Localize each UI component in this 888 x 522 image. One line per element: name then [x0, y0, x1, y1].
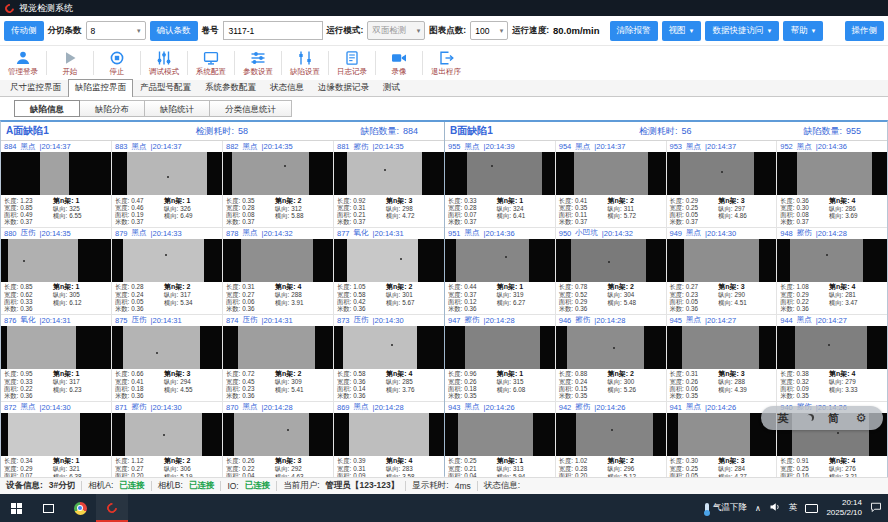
- sub-tab-4[interactable]: 分类信息统计: [209, 100, 292, 117]
- browser-taskbar-button[interactable]: [64, 494, 96, 522]
- defect-card[interactable]: 942 擦伤 |20:14:26 长度:1.02 宽度:0.28 面积:0.20…: [556, 402, 666, 488]
- action-exit[interactable]: 退出程序: [426, 49, 466, 77]
- weather-widget[interactable]: 气温下降: [705, 502, 747, 514]
- run-mode-select[interactable]: 双面检测 ▾: [367, 21, 425, 40]
- tray-expand-button[interactable]: ∧: [755, 504, 761, 513]
- defect-card[interactable]: 869 黑点 |20:14:28 长度:0.39 宽度:0.31 面积:0.09…: [334, 402, 444, 488]
- defect-card[interactable]: 882 黑点 |20:14:35 长度:0.35 宽度:0.28 面积:0.08…: [223, 141, 333, 227]
- defect-card[interactable]: 946 擦伤 |20:14:28 长度:0.88 宽度:0.24 面积:0.15…: [556, 315, 666, 401]
- defect-card[interactable]: 943 黑点 |20:14:26 长度:0.25 宽度:0.21 面积:0.04…: [445, 402, 555, 488]
- main-tab-5[interactable]: 状态信息: [263, 79, 311, 96]
- defect-card[interactable]: 951 黑点 |20:14:36 长度:0.44 宽度:0.37 面积:0.12…: [445, 228, 555, 314]
- action-monitor[interactable]: 系统配置: [191, 49, 231, 77]
- clear-alarm-button[interactable]: 清除报警: [610, 21, 658, 41]
- defect-card[interactable]: 945 黑点 |20:14:27 长度:0.31 宽度:0.26 面积:0.06…: [667, 315, 777, 401]
- action-user[interactable]: 管理登录: [3, 49, 43, 77]
- action-debug[interactable]: 调试模式: [144, 49, 184, 77]
- defect-card[interactable]: 880 压伤 |20:14:35 长度:0.85 宽度:0.62 面积:0.33…: [1, 228, 111, 314]
- sub-tab-2[interactable]: 缺陷分布: [79, 100, 145, 117]
- main-tab-4[interactable]: 系统参数配置: [198, 79, 263, 96]
- main-tab-3[interactable]: 产品型号配置: [133, 79, 198, 96]
- sub-tab-1[interactable]: 缺陷信息: [14, 100, 80, 117]
- width-label: 宽度:: [448, 204, 462, 211]
- night-mode-icon[interactable]: [805, 415, 812, 422]
- transverse-value: 4.72: [402, 212, 414, 219]
- defect-card[interactable]: 953 黑点 |20:14:37 长度:0.29 宽度:0.25 面积:0.05…: [667, 141, 777, 227]
- length-value: 0.58: [353, 370, 365, 377]
- defect-card[interactable]: 941 黑点 |20:14:26 长度:0.30 宽度:0.25 面积:0.05…: [667, 402, 777, 488]
- action-camera[interactable]: 录像: [379, 49, 419, 77]
- main-tab-7[interactable]: 测试: [376, 79, 407, 96]
- transverse-value: 5.72: [624, 212, 636, 219]
- defect-card[interactable]: 884 黑点 |20:14:37 长度:1.23 宽度:0.85 面积:0.49…: [1, 141, 111, 227]
- lang-english[interactable]: 英: [777, 411, 788, 426]
- main-tab-6[interactable]: 边缘数据记录: [311, 79, 376, 96]
- confirm-count-button[interactable]: 确认条数: [150, 21, 198, 41]
- defect-card[interactable]: 944 黑点 |20:14:27 长度:0.38 宽度:0.32 面积:0.09…: [777, 315, 887, 401]
- rack-value: 2: [186, 283, 190, 290]
- defect-card[interactable]: 954 黑点 |20:14:37 长度:0.41 宽度:0.35 面积:0.11…: [556, 141, 666, 227]
- defect-card[interactable]: 875 压伤 |20:14:31 长度:0.66 宽度:0.41 面积:0.18…: [112, 315, 222, 401]
- drive-side-button[interactable]: 传动侧: [4, 21, 44, 41]
- defect-card[interactable]: 870 黑点 |20:14:28 长度:0.26 宽度:0.22 面积:0.04…: [223, 402, 333, 488]
- defect-card[interactable]: 947 擦伤 |20:14:28 长度:0.96 宽度:0.26 面积:0.18…: [445, 315, 555, 401]
- defect-card[interactable]: 879 黑点 |20:14:33 长度:0.28 宽度:0.24 面积:0.05…: [112, 228, 222, 314]
- gear-icon[interactable]: ⚙: [856, 411, 867, 425]
- longitudinal-value: 326: [180, 205, 191, 212]
- task-view-button[interactable]: [32, 494, 64, 522]
- roll-number-input[interactable]: 3117-1: [223, 21, 323, 40]
- defect-card[interactable]: 952 黑点 |20:14:36 长度:0.36 宽度:0.30 面积:0.08…: [777, 141, 887, 227]
- defect-measures: 长度:0.41 宽度:0.35 面积:0.11 米数:0.37: [559, 197, 608, 226]
- defect-card[interactable]: 876 氧化 |20:14:31 长度:0.95 宽度:0.33 面积:0.22…: [1, 315, 111, 401]
- action-defect-settings[interactable]: 缺陷设置: [285, 49, 325, 77]
- defect-card-header: 878 黑点 |20:14:32: [223, 228, 333, 239]
- start-button[interactable]: [0, 494, 32, 522]
- defect-card[interactable]: 955 黑点 |20:14:39 长度:0.33 宽度:0.28 面积:0.07…: [445, 141, 555, 227]
- defect-time: |20:14:31: [151, 316, 182, 325]
- tray-language[interactable]: 英: [789, 502, 798, 514]
- defect-card[interactable]: 878 黑点 |20:14:32 长度:0.31 宽度:0.27 面积:0.06…: [223, 228, 333, 314]
- defect-card-header: 869 黑点 |20:14:28: [334, 402, 444, 413]
- defect-card[interactable]: 881 擦伤 |20:14:35 长度:0.92 宽度:0.31 面积:0.21…: [334, 141, 444, 227]
- area-value: 0.22: [797, 298, 809, 305]
- action-stop[interactable]: 停止: [97, 49, 137, 77]
- defect-card[interactable]: 950 小凹坑 |20:14:32 长度:0.78 宽度:0.52 面积:0.2…: [556, 228, 666, 314]
- clock[interactable]: 20:14 2025/2/10: [826, 498, 862, 518]
- clock-date: 2025/2/10: [826, 508, 862, 517]
- divider: [328, 51, 329, 75]
- action-log[interactable]: 日志记录: [332, 49, 372, 77]
- chart-points-select[interactable]: 100 ▾: [470, 21, 508, 40]
- action-center-button[interactable]: [870, 501, 882, 515]
- defect-card[interactable]: 874 压伤 |20:14:31 长度:0.72 宽度:0.45 面积:0.23…: [223, 315, 333, 401]
- panel-title[interactable]: B面缺陷1: [445, 124, 639, 138]
- defect-card[interactable]: 873 压伤 |20:14:30 长度:0.58 宽度:0.36 面积:0.14…: [334, 315, 444, 401]
- defect-card[interactable]: 883 黑点 |20:14:37 长度:0.47 宽度:0.46 面积:0.19…: [112, 141, 222, 227]
- main-tab-1[interactable]: 尺寸监控界面: [3, 79, 68, 96]
- lang-simplified[interactable]: 简: [828, 411, 839, 426]
- sub-tab-3[interactable]: 缺陷统计: [144, 100, 210, 117]
- roll-number-label: 卷号: [202, 25, 219, 37]
- action-play[interactable]: 开始: [50, 49, 90, 77]
- defect-card[interactable]: 872 黑点 |20:14:30 长度:0.34 宽度:0.29 面积:0.07…: [1, 402, 111, 488]
- defect-card[interactable]: 948 擦伤 |20:14:28 长度:1.08 宽度:0.29 面积:0.22…: [777, 228, 887, 314]
- panel-title[interactable]: A面缺陷1: [1, 124, 196, 138]
- slit-count-select[interactable]: 8 ▾: [86, 21, 146, 40]
- keyboard-icon[interactable]: [805, 504, 818, 513]
- defect-image: [556, 152, 666, 195]
- data-access-menu-button[interactable]: 数据快捷访问 ▼: [705, 21, 779, 41]
- transverse-label: 横向:: [275, 212, 289, 219]
- action-params[interactable]: 参数设置: [238, 49, 278, 77]
- help-menu-button[interactable]: 帮助 ▼: [783, 21, 823, 41]
- view-menu-button[interactable]: 视图 ▼: [662, 21, 702, 41]
- defect-card[interactable]: 877 氧化 |20:14:31 长度:1.05 宽度:0.58 面积:0.42…: [334, 228, 444, 314]
- defect-card[interactable]: 949 黑点 |20:14:30 长度:0.27 宽度:0.23 面积:0.05…: [667, 228, 777, 314]
- meter-label: 米数:: [448, 305, 462, 312]
- volume-button[interactable]: [769, 501, 781, 515]
- defect-card[interactable]: 871 擦伤 |20:14:30 长度:1.12 宽度:0.27 面积:0.20…: [112, 402, 222, 488]
- app-taskbar-button[interactable]: [96, 494, 128, 522]
- meter-label: 米数:: [226, 218, 240, 225]
- operator-side-button[interactable]: 操作侧: [845, 21, 885, 41]
- length-label: 长度:: [4, 283, 18, 290]
- main-tab-2[interactable]: 缺陷监控界面: [68, 79, 133, 97]
- defect-time: |20:14:36: [816, 142, 847, 151]
